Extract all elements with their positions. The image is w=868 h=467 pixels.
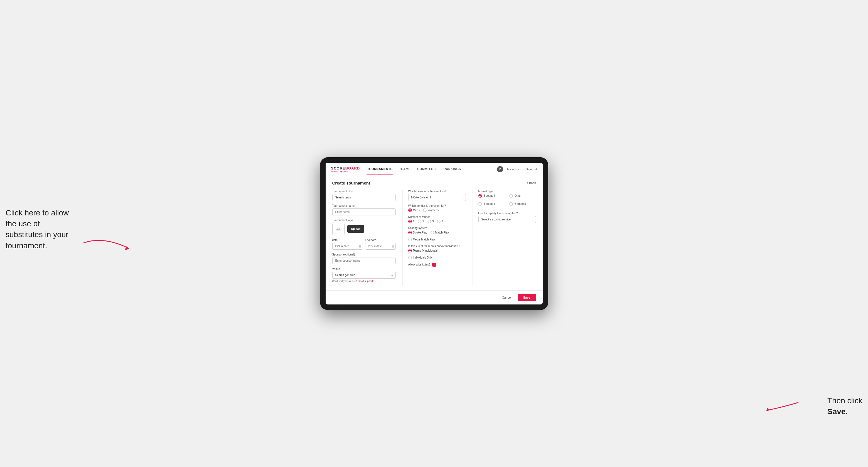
navigation: SCOREBOARD Powered by clippd TOURNAMENTS… [326, 163, 543, 176]
substitutes-checkbox[interactable] [432, 263, 436, 267]
format-other[interactable]: Other [509, 194, 536, 197]
calendar-icon-end: ▦ [392, 245, 394, 248]
division-group: Which division is the event for? NCAA Di… [408, 190, 466, 201]
format-other-label: Other [515, 194, 522, 197]
end-date-label: End date [365, 239, 396, 242]
tournament-name-label: Tournament name [332, 204, 396, 207]
venue-label: Venue [332, 268, 396, 271]
radio-individuals-circle [408, 256, 412, 259]
venue-select[interactable]: Search golf club [332, 272, 396, 279]
rounds-4[interactable]: 4 [437, 220, 443, 223]
gender-group: Which gender is the event for? Mens Wome… [408, 204, 466, 212]
event-type-label: Is this event for Teams and/or Individua… [408, 245, 466, 248]
rounds-2[interactable]: 2 [418, 220, 424, 223]
rounds-radio-group: 1 2 3 4 [408, 220, 466, 223]
rounds-2-label: 2 [423, 220, 424, 223]
scoring-radio-group: Stroke Play Match Play Medal Match Play [408, 231, 466, 241]
format-6count5[interactable]: 6 count 5 [509, 202, 536, 206]
radio-6count5 [509, 202, 513, 206]
sponsor-group: Sponsor (optional) [332, 253, 396, 264]
scoring-stroke[interactable]: Stroke Play [408, 231, 427, 234]
end-date-input[interactable] [365, 243, 396, 250]
nav-tournaments[interactable]: TOURNAMENTS [367, 163, 393, 175]
venue-group: Venue Search golf club Can't find your v… [332, 268, 396, 282]
format-label: Format type [478, 190, 536, 193]
scoring-match[interactable]: Match Play [431, 231, 449, 234]
tournament-logo-label: Tournament logo [332, 219, 396, 222]
page-content: Create Tournament Back Tournament Host S… [326, 176, 543, 290]
radio-1-circle [408, 220, 412, 223]
substitutes-checkbox-item: Allow substitutes? [408, 263, 466, 267]
tournament-name-input[interactable] [332, 209, 396, 215]
gender-label: Which gender is the event for? [408, 204, 466, 207]
end-date-group: End date ▦ [365, 239, 396, 250]
tablet-device: SCOREBOARD Powered by clippd TOURNAMENTS… [320, 157, 548, 310]
radio-other [509, 194, 513, 197]
cancel-button[interactable]: Cancel [499, 294, 515, 301]
tournament-host-label: Tournament Host [332, 190, 396, 193]
end-date-wrap: ▦ [365, 243, 396, 250]
event-individuals[interactable]: Individuals Only [408, 256, 433, 259]
radio-3-circle [428, 220, 431, 223]
format-group: Format type 5 count 4 Other [478, 190, 536, 209]
sponsor-input[interactable] [332, 257, 396, 264]
venue-email-link[interactable]: email support [358, 280, 373, 282]
logo-area: SCOREBOARD Powered by clippd [331, 166, 360, 172]
scoring-label: Scoring system [408, 226, 466, 229]
rounds-1-label: 1 [413, 220, 415, 223]
format-5count4[interactable]: 5 count 4 [478, 194, 505, 197]
tournament-host-select[interactable]: Search team [332, 194, 396, 201]
scoring-api-select[interactable]: Select a scoring service [478, 216, 536, 223]
logo-upload-area: ⛰ Upload [332, 223, 396, 235]
gender-womens[interactable]: Womens [423, 209, 439, 212]
page-title: Create Tournament [332, 181, 370, 185]
scoring-api-label: Use third-party live scoring API? [478, 212, 536, 215]
form-section-middle: Which division is the event for? NCAA Di… [402, 190, 466, 286]
avatar: B [497, 166, 503, 172]
nav-rankings[interactable]: RANKINGS [443, 163, 462, 175]
tournament-host-select-wrap: Search team [332, 194, 396, 201]
nav-right: B blair admin | Sign out [497, 166, 537, 172]
form-section-left: Tournament Host Search team Tournament n… [332, 190, 396, 286]
arrow-left-icon [81, 235, 136, 251]
rounds-3[interactable]: 3 [428, 220, 434, 223]
sign-out-link[interactable]: Sign out [526, 167, 537, 171]
division-select-wrap: NCAA Division I [408, 194, 466, 201]
scoring-api-group: Use third-party live scoring API? Select… [478, 212, 536, 223]
scoring-medal-label: Medal Match Play [413, 238, 435, 241]
rounds-label: Number of rounds [408, 215, 466, 218]
division-select[interactable]: NCAA Division I [408, 194, 466, 201]
rounds-1[interactable]: 1 [408, 220, 415, 223]
nav-committee[interactable]: COMMITTEE [416, 163, 437, 175]
upload-button[interactable]: Upload [347, 225, 365, 233]
event-type-group: Is this event for Teams and/or Individua… [408, 245, 466, 259]
format-6count4[interactable]: 6 count 4 [478, 202, 505, 206]
radio-stroke-circle [408, 231, 412, 234]
venue-help: Can't find your venue? email support [332, 280, 396, 282]
scoring-api-select-wrap: Select a scoring service [478, 216, 536, 223]
tournament-host-group: Tournament Host Search team [332, 190, 396, 201]
format-6count4-label: 6 count 4 [484, 202, 495, 206]
gender-womens-label: Womens [428, 209, 439, 212]
radio-teams-circle [408, 249, 412, 252]
gender-mens[interactable]: Mens [408, 209, 420, 212]
start-date-label: date [332, 239, 363, 242]
start-date-input[interactable] [332, 243, 363, 250]
logo-powered: Powered by clippd [331, 170, 360, 172]
tournament-name-group: Tournament name [332, 204, 396, 215]
form-grid: Tournament Host Search team Tournament n… [332, 190, 536, 286]
scoring-medal[interactable]: Medal Match Play [408, 238, 435, 241]
logo-placeholder-icon: ⛰ [332, 223, 344, 235]
nav-teams[interactable]: TEAMS [399, 163, 411, 175]
division-label: Which division is the event for? [408, 190, 466, 193]
save-button[interactable]: Save [518, 294, 536, 301]
event-teams[interactable]: Teams (+Individuals) [408, 249, 439, 252]
radio-4-circle [437, 220, 440, 223]
sponsor-label: Sponsor (optional) [332, 253, 396, 256]
back-link[interactable]: Back [527, 181, 536, 185]
event-teams-label: Teams (+Individuals) [413, 249, 439, 252]
substitutes-group: Allow substitutes? [408, 263, 466, 267]
scoring-group: Scoring system Stroke Play Match Play [408, 226, 466, 241]
format-5count4-label: 5 count 4 [484, 194, 495, 197]
format-options: 5 count 4 Other 6 count 4 [478, 194, 536, 209]
